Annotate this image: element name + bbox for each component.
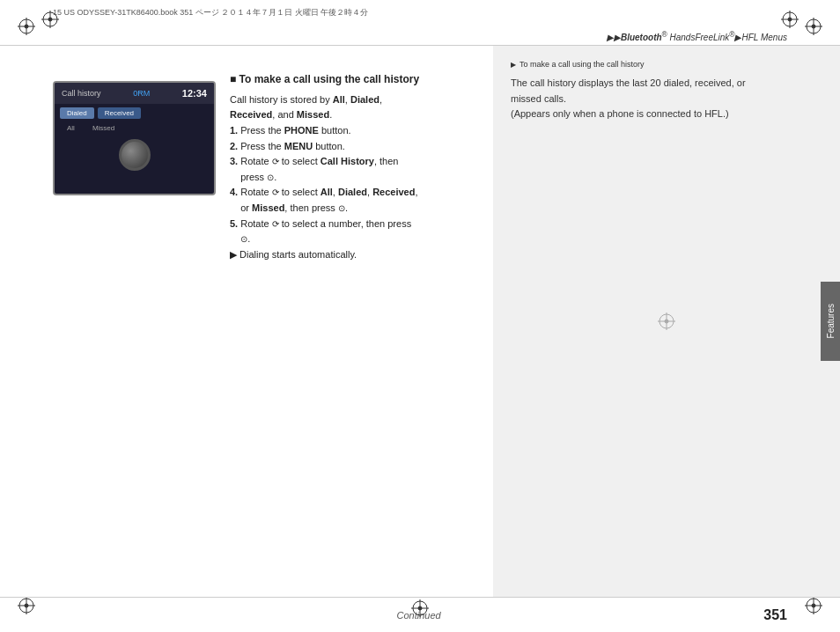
top-right-crosshair: [779, 9, 800, 30]
step-3: 3. Rotate ⟳ to select Call History, then…: [230, 154, 475, 185]
right-panel-text1: The call history displays the last 20 di…: [511, 77, 746, 88]
screen-header: Call history 0RM 12:34: [55, 83, 214, 104]
bottom-footer: Continued 351: [0, 597, 840, 632]
side-tab-label: Features: [826, 304, 836, 338]
screen-tab-received: Received: [98, 107, 141, 119]
step-1: 1. Press the PHONE button.: [230, 123, 475, 139]
screen-bluetooth-icon: 0RM: [133, 89, 150, 98]
screen-bottom-tabs: All Missed: [55, 121, 214, 136]
rotate-icon-4: ⟳: [272, 186, 279, 200]
svg-point-27: [788, 18, 792, 21]
step-2: 2. Press the MENU button.: [230, 139, 475, 155]
left-section: Call history 0RM 12:34 Dialed Received A…: [0, 46, 493, 597]
screen-tab-dialed: Dialed: [60, 107, 94, 119]
press-icon-4: ⊙: [338, 202, 345, 216]
screen-title-text: Call history: [62, 89, 101, 98]
section-heading: To make a call using the call history: [230, 72, 475, 87]
screen-tabs: Dialed Received: [55, 104, 214, 121]
screen-tab-missed: Missed: [85, 122, 122, 134]
screen-knob: [119, 139, 151, 171]
footer-page: 351: [763, 607, 787, 623]
screen-time: 12:34: [182, 88, 207, 99]
instructions-text: To make a call using the call history Ca…: [230, 72, 475, 579]
press-icon-5: ⊙: [240, 232, 247, 246]
right-panel-text2: missed calls.: [511, 93, 566, 104]
rotate-icon-3: ⟳: [272, 155, 279, 169]
right-panel-label: To make a call using the call history: [511, 60, 822, 69]
svg-point-23: [48, 18, 52, 21]
section-title: ▶▶Bluetooth® HandsFreeLink®▶HFL Menus: [607, 30, 787, 42]
press-icon-3: ⊙: [267, 171, 274, 185]
side-tab: Features: [821, 282, 840, 361]
right-panel-text: The call history displays the last 20 di…: [511, 76, 822, 122]
rotate-icon-5: ⟳: [272, 217, 279, 231]
step-5: 5. Rotate ⟳ to select a number, then pre…: [230, 217, 475, 247]
section-title-bluetooth: Bluetooth: [621, 33, 662, 42]
screen-knob-area: [55, 139, 214, 171]
right-panel-text3: (Appears only when a phone is connected …: [511, 108, 729, 119]
svg-point-31: [665, 320, 668, 323]
file-info: 15 US ODYSSEY-31TK86400.book 351 ページ ２０１…: [53, 7, 368, 18]
step-4: 4. Rotate ⟳ to select All, Dialed, Recei…: [230, 185, 475, 216]
top-left-crosshair: [40, 9, 61, 30]
screen-mockup: Call history 0RM 12:34 Dialed Received A…: [53, 81, 216, 195]
right-center-crosshair: [656, 311, 677, 332]
top-header: 15 US ODYSSEY-31TK86400.book 351 ページ ２０１…: [0, 0, 840, 46]
right-section: To make a call using the call history Th…: [493, 46, 840, 597]
footer-continued: Continued: [397, 610, 441, 621]
step-intro: Call history is stored by All, Dialed, R…: [230, 92, 475, 123]
arrow-dialing: ▶ Dialing starts automatically.: [230, 247, 475, 263]
screen-tab-all: All: [60, 122, 82, 134]
main-content: Call history 0RM 12:34 Dialed Received A…: [0, 46, 840, 597]
